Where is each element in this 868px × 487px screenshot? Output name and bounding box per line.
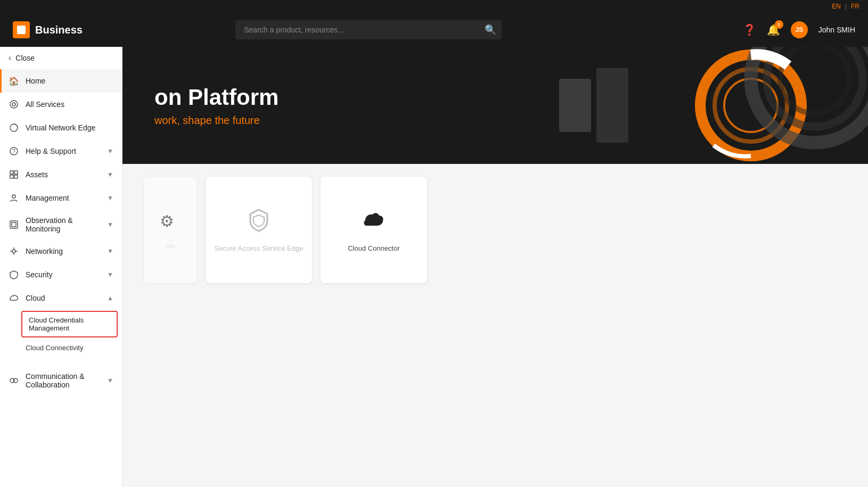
svg-rect-7 <box>10 175 13 178</box>
secure-access-label: Secure Access Service Edge <box>210 244 308 252</box>
hero-subtitle: work, shape the future <box>154 114 279 127</box>
hero-decoration <box>548 47 868 164</box>
sidebar-item-security[interactable]: Security ▼ <box>0 263 122 286</box>
cloud-connector-icon <box>361 208 387 238</box>
communication-collaboration-icon <box>9 375 19 386</box>
logo-inner <box>17 26 26 34</box>
sidebar-cloud-label: Cloud <box>26 294 101 302</box>
notification-icon[interactable]: 🔔 8 <box>767 23 780 36</box>
sidebar-assets-label: Assets <box>26 170 101 179</box>
logo-area: Business <box>13 21 109 38</box>
secure-access-icon <box>246 208 272 238</box>
cloud-connector-label: Cloud Connector <box>343 244 404 252</box>
sidebar-item-home[interactable]: 🏠 Home <box>0 69 122 93</box>
close-arrow-icon: ‹ <box>9 53 11 63</box>
sidebar-item-cloud[interactable]: Cloud ▲ <box>0 286 122 310</box>
sidebar-item-virtual-network-edge[interactable]: Virtual Network Edge <box>0 116 122 139</box>
assets-icon <box>9 169 19 180</box>
svg-rect-8 <box>14 175 18 178</box>
observation-monitoring-icon <box>9 219 19 230</box>
sidebar-observation-monitoring-label: Observation & Monitoring <box>26 216 101 233</box>
observation-monitoring-chevron-icon: ▼ <box>107 221 113 228</box>
home-icon: 🏠 <box>9 76 19 86</box>
sidebar: ‹ Close 🏠 Home All Services Virtual Netw… <box>0 47 122 487</box>
sidebar-security-label: Security <box>26 270 101 279</box>
sidebar-all-services-label: All Services <box>26 100 113 109</box>
svg-rect-6 <box>14 171 18 174</box>
sidebar-item-networking[interactable]: Networking ▼ <box>0 240 122 263</box>
svg-point-14 <box>13 378 18 383</box>
all-services-icon <box>9 99 19 110</box>
service-card-partial[interactable]: ⚙ ces <box>144 177 197 283</box>
service-card-cloud-connector[interactable]: Cloud Connector <box>321 177 427 283</box>
sidebar-item-help-support[interactable]: ? Help & Support ▼ <box>0 139 122 163</box>
lang-en[interactable]: EN <box>832 3 841 10</box>
search-button[interactable]: 🔍 <box>485 24 496 36</box>
virtual-network-edge-icon <box>9 122 19 133</box>
search-bar: 🔍 <box>235 20 502 39</box>
svg-rect-15 <box>559 79 591 132</box>
main-layout: ‹ Close 🏠 Home All Services Virtual Netw… <box>0 47 868 487</box>
sidebar-close-button[interactable]: ‹ Close <box>0 47 122 69</box>
cloud-chevron-up-icon: ▲ <box>107 294 113 302</box>
svg-point-9 <box>12 195 15 198</box>
help-support-icon: ? <box>9 146 19 156</box>
logo-text: Business <box>35 24 83 36</box>
sidebar-home-label: Home <box>26 77 113 85</box>
user-avatar: JS <box>791 21 808 38</box>
help-icon[interactable]: ❓ <box>743 23 756 36</box>
header-right: ❓ 🔔 8 JS John SMIH <box>743 21 855 38</box>
lang-separator: | <box>845 3 847 10</box>
sidebar-item-communication-collaboration[interactable]: Communication & Collaboration ▼ <box>0 366 122 395</box>
cloud-icon <box>9 293 19 303</box>
svg-text:⚙: ⚙ <box>160 212 174 230</box>
user-name: John SMIH <box>818 26 855 34</box>
search-input[interactable] <box>235 20 502 39</box>
svg-point-1 <box>12 103 15 106</box>
close-label: Close <box>15 54 35 62</box>
svg-rect-11 <box>12 222 16 227</box>
hero-text: on Platform work, shape the future <box>154 85 279 127</box>
assets-chevron-icon: ▼ <box>107 171 113 178</box>
service-card-secure-access[interactable]: Secure Access Service Edge <box>206 177 312 283</box>
communication-collaboration-chevron-icon: ▼ <box>107 377 113 384</box>
help-support-chevron-icon: ▼ <box>107 147 113 155</box>
partial-card-label: ces <box>161 243 179 249</box>
svg-rect-5 <box>10 171 13 174</box>
sidebar-item-observation-monitoring[interactable]: Observation & Monitoring ▼ <box>0 210 122 240</box>
sidebar-subitem-cloud-connectivity[interactable]: Cloud Connectivity <box>0 339 122 357</box>
svg-point-12 <box>12 250 15 253</box>
lang-fr[interactable]: FR <box>851 3 859 10</box>
sidebar-help-support-label: Help & Support <box>26 147 101 155</box>
svg-rect-10 <box>10 221 18 228</box>
svg-point-0 <box>10 101 18 108</box>
header: Business 🔍 ❓ 🔔 8 JS John SMIH <box>0 13 868 47</box>
sidebar-item-all-services[interactable]: All Services <box>0 93 122 116</box>
sidebar-communication-collaboration-label: Communication & Collaboration <box>26 372 101 389</box>
hero-banner: on Platform work, shape the future <box>122 47 868 164</box>
svg-text:?: ? <box>12 148 15 154</box>
security-icon <box>9 269 19 280</box>
management-chevron-icon: ▼ <box>107 194 113 202</box>
sidebar-management-label: Management <box>26 194 101 202</box>
cards-area: ⚙ ces Secure Access Service Edge <box>122 164 868 296</box>
networking-icon <box>9 246 19 257</box>
management-icon <box>9 193 19 203</box>
language-bar: EN | FR <box>0 0 868 13</box>
networking-chevron-icon: ▼ <box>107 247 113 255</box>
sidebar-item-assets[interactable]: Assets ▼ <box>0 163 122 186</box>
sidebar-virtual-network-edge-label: Virtual Network Edge <box>26 123 113 132</box>
sidebar-item-management[interactable]: Management ▼ <box>0 186 122 210</box>
main-content: on Platform work, shape the future <box>122 47 868 487</box>
sidebar-subitem-cloud-credentials-management[interactable]: Cloud Credentials Management <box>21 311 118 337</box>
hero-title: on Platform <box>154 85 279 110</box>
security-chevron-icon: ▼ <box>107 271 113 278</box>
sidebar-networking-label: Networking <box>26 247 101 255</box>
logo-icon <box>13 21 30 38</box>
svg-rect-16 <box>596 68 628 143</box>
partial-card-icon: ⚙ <box>160 211 181 236</box>
notification-badge: 8 <box>775 20 783 29</box>
